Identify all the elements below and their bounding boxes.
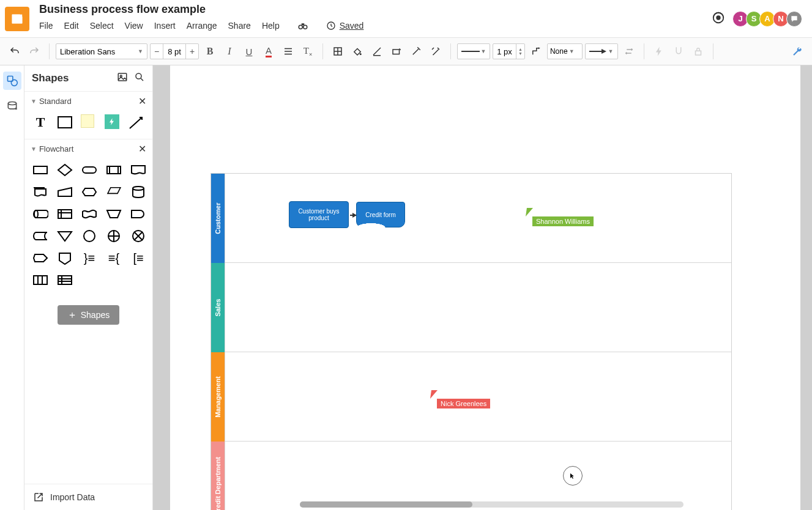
rectangle-shape[interactable]	[56, 114, 73, 130]
delay-shape[interactable]	[130, 206, 147, 222]
close-icon[interactable]: ✕	[138, 143, 146, 155]
binoculars-icon[interactable]	[294, 17, 311, 34]
document-shape[interactable]	[130, 162, 147, 178]
menu-view[interactable]: View	[125, 21, 143, 31]
lane-body-customer[interactable]: Customer buys product Credit form Shanno…	[225, 174, 731, 263]
summing-shape[interactable]	[130, 228, 147, 244]
shapes-panel-tab[interactable]	[3, 72, 21, 90]
data-shape[interactable]	[105, 184, 122, 200]
image-icon[interactable]	[117, 72, 128, 85]
undo-button[interactable]	[6, 43, 23, 60]
or-shape[interactable]	[105, 228, 122, 244]
display-shape[interactable]	[32, 250, 49, 266]
menu-insert[interactable]: Insert	[154, 21, 176, 31]
note-shape[interactable]	[81, 114, 94, 128]
database-shape[interactable]	[130, 184, 147, 200]
increase-width-button[interactable]: ▲	[518, 47, 523, 51]
lane-body-sales[interactable]	[225, 263, 731, 352]
present-icon[interactable]	[712, 11, 725, 27]
shape-style-button[interactable]	[388, 43, 405, 60]
multidoc-shape[interactable]	[32, 184, 49, 200]
swap-ends-button[interactable]	[620, 43, 638, 60]
lane-header-sales[interactable]: Sales	[211, 263, 225, 352]
category-standard[interactable]: ▼ Standard ✕	[24, 91, 152, 111]
decrease-width-button[interactable]: ▼	[518, 51, 523, 56]
line-width-value[interactable]: 1 px	[493, 44, 516, 59]
lane-body-management[interactable]: Nick Greenlees	[225, 352, 731, 442]
text-color-button[interactable]: A	[260, 43, 277, 60]
chat-icon[interactable]	[786, 11, 802, 27]
merge-shape[interactable]	[56, 228, 73, 244]
direct-data-shape[interactable]	[32, 206, 49, 222]
category-flowchart[interactable]: ▼ Flowchart ✕	[24, 139, 152, 158]
line-style-select[interactable]: ▼	[457, 43, 490, 59]
decision-shape[interactable]	[56, 162, 73, 178]
lane-header-management[interactable]: Management	[211, 352, 225, 442]
offpage-shape[interactable]	[56, 250, 73, 266]
line-route-button[interactable]	[527, 43, 545, 60]
save-status[interactable]: Saved	[326, 21, 364, 31]
horizontal-scrollbar[interactable]	[300, 501, 683, 508]
document-title[interactable]: Business process flow example	[39, 3, 363, 16]
menu-arrange[interactable]: Arrange	[187, 21, 217, 31]
menu-help[interactable]: Help	[262, 21, 280, 31]
effects-button[interactable]	[427, 43, 444, 60]
connector-shape[interactable]	[81, 228, 98, 244]
fill-color-button[interactable]	[349, 43, 366, 60]
action-shape[interactable]	[105, 114, 119, 129]
menu-select[interactable]: Select	[90, 21, 114, 31]
app-logo[interactable]	[5, 7, 29, 31]
increase-size-button[interactable]: +	[186, 46, 198, 56]
brace-left-shape[interactable]: ≡{	[105, 250, 122, 266]
scrollbar-thumb[interactable]	[300, 501, 472, 508]
manual-op-shape[interactable]	[105, 206, 122, 222]
preparation-shape[interactable]	[81, 184, 98, 200]
terminator-shape[interactable]	[81, 162, 98, 178]
list-shape[interactable]	[56, 272, 73, 288]
menu-file[interactable]: File	[39, 21, 53, 31]
action-button[interactable]	[650, 43, 668, 60]
underline-button[interactable]: U	[240, 43, 258, 60]
align-button[interactable]	[280, 43, 297, 60]
connection-style-select[interactable]: None ▼	[547, 43, 583, 59]
container-button[interactable]	[329, 43, 346, 60]
menu-share[interactable]: Share	[228, 21, 251, 31]
document-node[interactable]: Credit form	[356, 202, 405, 227]
text-shape[interactable]: T	[32, 114, 49, 130]
line-width-stepper[interactable]: 1 px ▲ ▼	[493, 43, 525, 59]
bold-button[interactable]: B	[201, 43, 218, 60]
decrease-size-button[interactable]: −	[151, 46, 163, 56]
paper[interactable]: Customer Customer buys product Credit fo…	[170, 65, 800, 510]
lock-button[interactable]	[690, 43, 707, 60]
snap-button[interactable]	[670, 43, 687, 60]
stored-data-shape[interactable]	[32, 228, 49, 244]
canvas[interactable]: Customer Customer buys product Credit fo…	[153, 65, 812, 510]
paper-tape-shape[interactable]	[81, 206, 98, 222]
table-shape[interactable]	[32, 272, 49, 288]
clear-format-button[interactable]: T×	[299, 43, 316, 60]
italic-button[interactable]: I	[221, 43, 238, 60]
internal-storage-shape[interactable]	[56, 206, 73, 222]
lane-header-credit[interactable]: Credit Department	[211, 442, 225, 510]
redo-button[interactable]	[26, 43, 43, 60]
process-node[interactable]: Customer buys product	[289, 201, 349, 228]
note-left-shape[interactable]: [≡	[130, 250, 147, 266]
search-icon[interactable]	[134, 72, 145, 85]
process-shape[interactable]	[32, 162, 49, 178]
data-panel-tab[interactable]	[3, 97, 21, 116]
lane-header-customer[interactable]: Customer	[211, 174, 225, 263]
predefined-shape[interactable]	[105, 162, 122, 178]
lane-body-credit[interactable]	[225, 442, 731, 510]
menu-edit[interactable]: Edit	[64, 21, 79, 31]
settings-wrench-icon[interactable]	[789, 43, 806, 60]
collaborator-avatars[interactable]: J S A N	[732, 11, 802, 27]
magic-button[interactable]	[408, 43, 425, 60]
manual-input-shape[interactable]	[56, 184, 73, 200]
font-family-select[interactable]: Liberation Sans ▼	[56, 43, 147, 59]
close-icon[interactable]: ✕	[138, 95, 146, 107]
add-shapes-button[interactable]: ＋ Shapes	[58, 305, 119, 325]
font-size-value[interactable]: 8 pt	[163, 44, 186, 59]
import-data-button[interactable]: Import Data	[24, 484, 152, 510]
brace-right-shape[interactable]: }≡	[81, 250, 98, 266]
connector-arrow[interactable]	[350, 215, 356, 216]
